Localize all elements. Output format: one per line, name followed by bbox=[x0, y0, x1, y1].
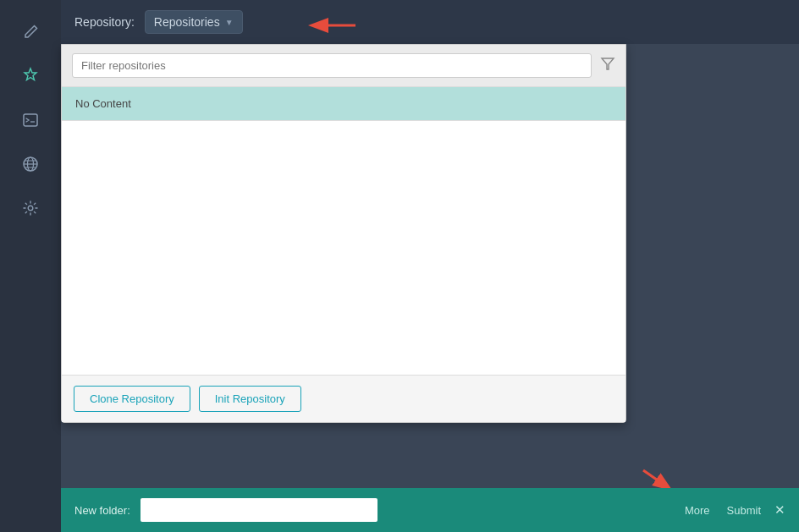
dropdown-label: Repositories bbox=[154, 15, 220, 29]
sidebar-item-terminal[interactable] bbox=[12, 101, 49, 139]
sidebar-item-globe[interactable] bbox=[12, 145, 49, 183]
svg-marker-9 bbox=[602, 58, 614, 69]
filter-input[interactable] bbox=[72, 53, 592, 78]
filter-row bbox=[62, 45, 625, 87]
bottom-toolbar: New folder: More Submit ✕ bbox=[61, 488, 799, 532]
repository-label: Repository: bbox=[74, 15, 135, 29]
sidebar-item-edit[interactable] bbox=[12, 14, 49, 51]
sidebar bbox=[0, 0, 61, 532]
dropdown-footer: Clone Repository Init Repository bbox=[62, 375, 625, 422]
sidebar-item-source-control[interactable] bbox=[12, 58, 49, 95]
top-bar: Repository: Repositories ▼ bbox=[61, 0, 799, 44]
no-content-row: No Content bbox=[62, 87, 625, 121]
dropdown-body bbox=[62, 121, 625, 375]
repositories-dropdown[interactable]: Repositories ▼ bbox=[145, 10, 243, 34]
repositories-dropdown-panel: No Content Clone Repository Init Reposit… bbox=[61, 44, 626, 423]
chevron-down-icon: ▼ bbox=[225, 18, 234, 27]
svg-rect-1 bbox=[24, 114, 37, 126]
svg-marker-0 bbox=[25, 69, 36, 80]
init-repository-button[interactable]: Init Repository bbox=[199, 386, 301, 412]
filter-icon bbox=[600, 57, 615, 75]
more-button[interactable]: More bbox=[685, 504, 710, 517]
new-folder-label: New folder: bbox=[74, 504, 130, 517]
svg-point-8 bbox=[28, 206, 33, 211]
sidebar-item-settings[interactable] bbox=[12, 189, 49, 227]
close-button[interactable]: ✕ bbox=[774, 502, 785, 518]
clone-repository-button[interactable]: Clone Repository bbox=[74, 386, 190, 412]
new-folder-input[interactable] bbox=[141, 498, 377, 522]
submit-button[interactable]: Submit bbox=[727, 504, 761, 517]
no-content-text: No Content bbox=[75, 97, 131, 110]
